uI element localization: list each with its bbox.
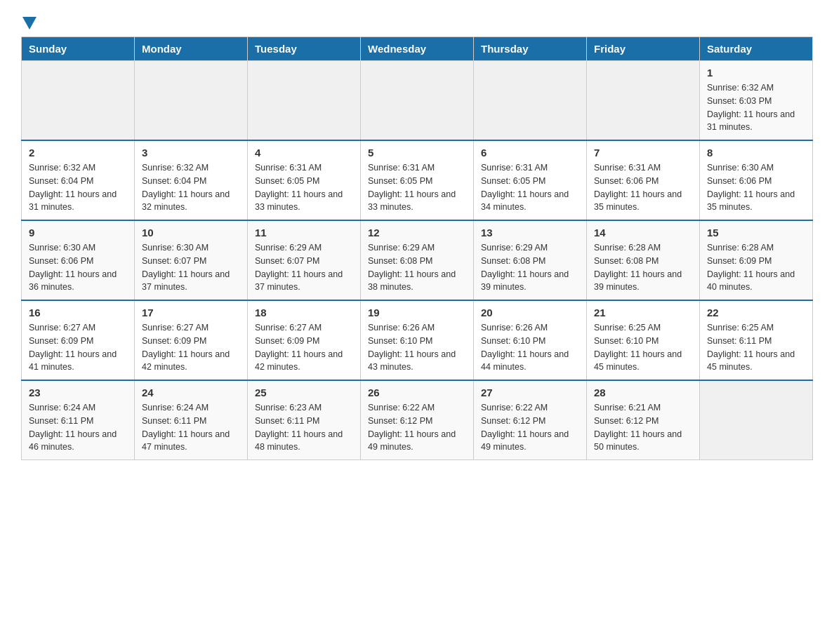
day-number: 5 [368, 147, 466, 159]
day-of-week-header: Monday [135, 37, 248, 61]
calendar-header-row: SundayMondayTuesdayWednesdayThursdayFrid… [22, 37, 813, 61]
day-info: Sunrise: 6:30 AM Sunset: 6:06 PM Dayligh… [707, 161, 805, 214]
day-info: Sunrise: 6:27 AM Sunset: 6:09 PM Dayligh… [29, 321, 127, 374]
day-number: 15 [707, 227, 805, 239]
day-info: Sunrise: 6:21 AM Sunset: 6:12 PM Dayligh… [594, 401, 692, 454]
day-info: Sunrise: 6:27 AM Sunset: 6:09 PM Dayligh… [142, 321, 240, 374]
calendar-day-cell [135, 61, 248, 141]
logo-triangle-icon [22, 17, 37, 29]
calendar-week-row: 16Sunrise: 6:27 AM Sunset: 6:09 PM Dayli… [22, 300, 813, 380]
day-info: Sunrise: 6:25 AM Sunset: 6:11 PM Dayligh… [707, 321, 805, 374]
day-number: 11 [255, 227, 353, 239]
calendar-day-cell: 13Sunrise: 6:29 AM Sunset: 6:08 PM Dayli… [474, 220, 587, 300]
day-info: Sunrise: 6:26 AM Sunset: 6:10 PM Dayligh… [368, 321, 466, 374]
calendar-day-cell: 6Sunrise: 6:31 AM Sunset: 6:05 PM Daylig… [474, 140, 587, 220]
day-info: Sunrise: 6:22 AM Sunset: 6:12 PM Dayligh… [368, 401, 466, 454]
day-info: Sunrise: 6:27 AM Sunset: 6:09 PM Dayligh… [255, 321, 353, 374]
day-number: 14 [594, 227, 692, 239]
day-info: Sunrise: 6:26 AM Sunset: 6:10 PM Dayligh… [481, 321, 579, 374]
day-number: 1 [707, 67, 805, 79]
calendar-day-cell: 5Sunrise: 6:31 AM Sunset: 6:05 PM Daylig… [361, 140, 474, 220]
calendar-day-cell: 19Sunrise: 6:26 AM Sunset: 6:10 PM Dayli… [361, 300, 474, 380]
day-number: 21 [594, 307, 692, 318]
calendar-day-cell: 17Sunrise: 6:27 AM Sunset: 6:09 PM Dayli… [135, 300, 248, 380]
day-number: 13 [481, 227, 579, 239]
day-info: Sunrise: 6:28 AM Sunset: 6:08 PM Dayligh… [594, 241, 692, 294]
calendar-day-cell [700, 380, 813, 460]
calendar-table: SundayMondayTuesdayWednesdayThursdayFrid… [21, 36, 813, 460]
day-info: Sunrise: 6:31 AM Sunset: 6:05 PM Dayligh… [481, 161, 579, 214]
day-info: Sunrise: 6:29 AM Sunset: 6:08 PM Dayligh… [368, 241, 466, 294]
day-number: 2 [29, 147, 127, 159]
day-info: Sunrise: 6:29 AM Sunset: 6:08 PM Dayligh… [481, 241, 579, 294]
calendar-week-row: 2Sunrise: 6:32 AM Sunset: 6:04 PM Daylig… [22, 140, 813, 220]
day-number: 10 [142, 227, 240, 239]
calendar-day-cell: 27Sunrise: 6:22 AM Sunset: 6:12 PM Dayli… [474, 380, 587, 460]
day-number: 4 [255, 147, 353, 159]
day-info: Sunrise: 6:31 AM Sunset: 6:06 PM Dayligh… [594, 161, 692, 214]
day-info: Sunrise: 6:31 AM Sunset: 6:05 PM Dayligh… [255, 161, 353, 214]
day-info: Sunrise: 6:32 AM Sunset: 6:03 PM Dayligh… [707, 81, 805, 134]
day-info: Sunrise: 6:30 AM Sunset: 6:07 PM Dayligh… [142, 241, 240, 294]
calendar-day-cell: 26Sunrise: 6:22 AM Sunset: 6:12 PM Dayli… [361, 380, 474, 460]
logo [21, 14, 37, 29]
calendar-day-cell: 28Sunrise: 6:21 AM Sunset: 6:12 PM Dayli… [587, 380, 700, 460]
calendar-day-cell: 7Sunrise: 6:31 AM Sunset: 6:06 PM Daylig… [587, 140, 700, 220]
calendar-day-cell: 20Sunrise: 6:26 AM Sunset: 6:10 PM Dayli… [474, 300, 587, 380]
calendar-day-cell [587, 61, 700, 141]
calendar-day-cell: 22Sunrise: 6:25 AM Sunset: 6:11 PM Dayli… [700, 300, 813, 380]
calendar-day-cell: 9Sunrise: 6:30 AM Sunset: 6:06 PM Daylig… [22, 220, 135, 300]
day-number: 7 [594, 147, 692, 159]
day-of-week-header: Sunday [22, 37, 135, 61]
day-info: Sunrise: 6:30 AM Sunset: 6:06 PM Dayligh… [29, 241, 127, 294]
day-of-week-header: Saturday [700, 37, 813, 61]
calendar-day-cell: 1Sunrise: 6:32 AM Sunset: 6:03 PM Daylig… [700, 61, 813, 141]
calendar-day-cell: 4Sunrise: 6:31 AM Sunset: 6:05 PM Daylig… [248, 140, 361, 220]
day-of-week-header: Tuesday [248, 37, 361, 61]
page-header [21, 14, 813, 29]
calendar-day-cell: 16Sunrise: 6:27 AM Sunset: 6:09 PM Dayli… [22, 300, 135, 380]
day-number: 12 [368, 227, 466, 239]
day-info: Sunrise: 6:28 AM Sunset: 6:09 PM Dayligh… [707, 241, 805, 294]
day-info: Sunrise: 6:22 AM Sunset: 6:12 PM Dayligh… [481, 401, 579, 454]
day-number: 27 [481, 387, 579, 398]
day-info: Sunrise: 6:32 AM Sunset: 6:04 PM Dayligh… [142, 161, 240, 214]
calendar-day-cell: 3Sunrise: 6:32 AM Sunset: 6:04 PM Daylig… [135, 140, 248, 220]
day-number: 3 [142, 147, 240, 159]
day-number: 18 [255, 307, 353, 318]
calendar-week-row: 23Sunrise: 6:24 AM Sunset: 6:11 PM Dayli… [22, 380, 813, 460]
calendar-day-cell [22, 61, 135, 141]
calendar-day-cell: 24Sunrise: 6:24 AM Sunset: 6:11 PM Dayli… [135, 380, 248, 460]
day-info: Sunrise: 6:23 AM Sunset: 6:11 PM Dayligh… [255, 401, 353, 454]
day-info: Sunrise: 6:24 AM Sunset: 6:11 PM Dayligh… [142, 401, 240, 454]
calendar-day-cell: 21Sunrise: 6:25 AM Sunset: 6:10 PM Dayli… [587, 300, 700, 380]
calendar-day-cell: 10Sunrise: 6:30 AM Sunset: 6:07 PM Dayli… [135, 220, 248, 300]
day-number: 24 [142, 387, 240, 398]
day-number: 19 [368, 307, 466, 318]
day-info: Sunrise: 6:29 AM Sunset: 6:07 PM Dayligh… [255, 241, 353, 294]
day-number: 17 [142, 307, 240, 318]
day-number: 6 [481, 147, 579, 159]
calendar-day-cell [361, 61, 474, 141]
day-of-week-header: Friday [587, 37, 700, 61]
day-number: 16 [29, 307, 127, 318]
calendar-day-cell: 14Sunrise: 6:28 AM Sunset: 6:08 PM Dayli… [587, 220, 700, 300]
calendar-day-cell [248, 61, 361, 141]
day-info: Sunrise: 6:31 AM Sunset: 6:05 PM Dayligh… [368, 161, 466, 214]
day-number: 23 [29, 387, 127, 398]
calendar-day-cell: 11Sunrise: 6:29 AM Sunset: 6:07 PM Dayli… [248, 220, 361, 300]
day-info: Sunrise: 6:25 AM Sunset: 6:10 PM Dayligh… [594, 321, 692, 374]
calendar-day-cell: 15Sunrise: 6:28 AM Sunset: 6:09 PM Dayli… [700, 220, 813, 300]
calendar-day-cell: 23Sunrise: 6:24 AM Sunset: 6:11 PM Dayli… [22, 380, 135, 460]
day-number: 22 [707, 307, 805, 318]
day-number: 28 [594, 387, 692, 398]
calendar-week-row: 1Sunrise: 6:32 AM Sunset: 6:03 PM Daylig… [22, 61, 813, 141]
day-info: Sunrise: 6:24 AM Sunset: 6:11 PM Dayligh… [29, 401, 127, 454]
day-number: 20 [481, 307, 579, 318]
day-number: 26 [368, 387, 466, 398]
day-number: 8 [707, 147, 805, 159]
day-number: 9 [29, 227, 127, 239]
day-number: 25 [255, 387, 353, 398]
calendar-day-cell: 8Sunrise: 6:30 AM Sunset: 6:06 PM Daylig… [700, 140, 813, 220]
day-of-week-header: Thursday [474, 37, 587, 61]
